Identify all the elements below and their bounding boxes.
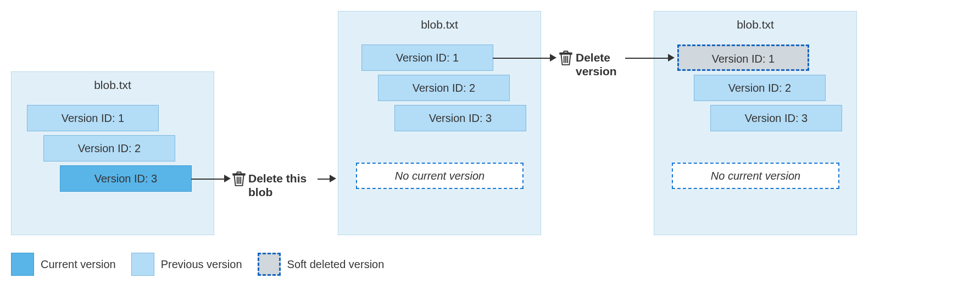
trash-icon <box>232 170 246 187</box>
version-box-current: Version ID: 3 <box>60 165 192 192</box>
action-label-delete-blob: Delete this blob <box>248 171 325 199</box>
legend-item-current: Current version <box>11 253 116 276</box>
arrow-head-icon <box>550 54 556 62</box>
legend-label: Previous version <box>161 258 242 271</box>
legend: Current version Previous version Soft de… <box>11 253 384 276</box>
trash-icon <box>559 49 573 66</box>
version-label: Version ID: 1 <box>396 52 459 64</box>
legend-item-soft-deleted: Soft deleted version <box>258 253 385 276</box>
no-current-label: No current version <box>395 170 485 182</box>
version-box-previous: Version ID: 2 <box>43 135 175 162</box>
version-box-previous: Version ID: 2 <box>378 75 510 101</box>
panel-title: blob.txt <box>338 12 541 36</box>
no-current-version-box: No current version <box>356 163 524 189</box>
panel-state-2: blob.txt Version ID: 1 Version ID: 2 Ver… <box>338 11 541 235</box>
version-label: Version ID: 3 <box>745 112 808 124</box>
arrow-line <box>493 58 551 59</box>
panel-state-3: blob.txt Version ID: 1 Version ID: 2 Ver… <box>654 11 857 235</box>
legend-label: Current version <box>41 258 116 271</box>
legend-item-previous: Previous version <box>131 253 242 276</box>
version-box-previous: Version ID: 2 <box>694 75 826 101</box>
version-box-previous: Version ID: 3 <box>710 105 842 131</box>
panel-state-1: blob.txt Version ID: 1 Version ID: 2 Ver… <box>11 71 214 235</box>
swatch-current-icon <box>11 253 34 276</box>
legend-label: Soft deleted version <box>287 258 385 271</box>
arrow-line <box>191 179 225 180</box>
version-label: Version ID: 1 <box>62 112 125 124</box>
version-box-previous: Version ID: 1 <box>361 44 493 71</box>
version-box-soft-deleted: Version ID: 1 <box>677 44 809 71</box>
version-label: Version ID: 3 <box>429 112 492 124</box>
panel-title: blob.txt <box>12 72 214 96</box>
version-box-previous: Version ID: 1 <box>27 105 159 131</box>
arrow-head-icon <box>668 54 675 62</box>
arrow-line <box>625 58 669 59</box>
swatch-previous-icon <box>131 253 154 276</box>
version-box-previous: Version ID: 3 <box>394 105 526 131</box>
panel-title: blob.txt <box>654 12 856 36</box>
version-label: Version ID: 1 <box>712 53 775 65</box>
version-label: Version ID: 2 <box>413 82 476 94</box>
version-label: Version ID: 2 <box>78 142 141 154</box>
arrow-head-icon <box>224 175 231 182</box>
diagram-canvas: blob.txt Version ID: 1 Version ID: 2 Ver… <box>11 11 969 295</box>
version-label: Version ID: 2 <box>728 82 792 94</box>
version-label: Version ID: 3 <box>94 173 158 185</box>
action-label-delete-version: Delete version <box>576 51 631 78</box>
no-current-version-box: No current version <box>672 163 839 189</box>
no-current-label: No current version <box>711 170 800 182</box>
swatch-soft-deleted-icon <box>258 253 281 276</box>
arrow-line <box>318 179 331 180</box>
arrow-head-icon <box>330 175 336 182</box>
